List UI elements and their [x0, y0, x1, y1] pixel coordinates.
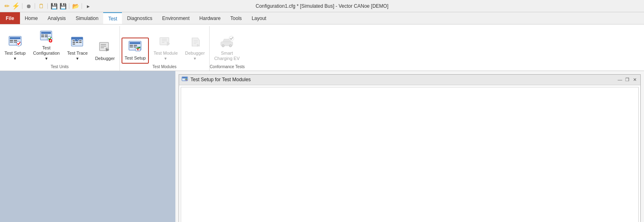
svg-rect-21	[76, 42, 78, 43]
panel-title-text: Test Setup for Test Modules	[190, 77, 251, 82]
svg-rect-23	[73, 44, 75, 44]
separator	[35, 3, 35, 9]
svg-rect-12	[45, 36, 48, 37]
test-trace-btn[interactable]: Test Trace ▾	[64, 33, 91, 63]
test-setup-arrow: ▾	[14, 56, 16, 61]
test-setup-icon	[8, 35, 22, 50]
menu-analysis[interactable]: Analysis	[43, 12, 71, 24]
pencil-icon[interactable]: ✏	[3, 2, 11, 10]
svg-rect-9	[41, 35, 44, 36]
open-icon[interactable]: 📂	[72, 2, 79, 10]
svg-rect-26	[101, 46, 106, 47]
test-configuration-icon	[39, 30, 54, 44]
test-setup-window: Test Setup for Test Modules — ❐ ✕	[179, 74, 641, 222]
debugger-units-btn[interactable]: Debugger	[92, 38, 117, 63]
test-modules-label: Test Modules	[120, 64, 210, 71]
test-units-label: Test Units	[0, 64, 120, 71]
main-area: Test Setup for Test Modules — ❐ ✕	[0, 71, 644, 222]
test-setup-btn[interactable]: Test Setup ▾	[2, 33, 29, 63]
menu-test[interactable]: Test	[103, 12, 122, 24]
svg-rect-11	[41, 36, 44, 37]
toolbar-icons: ✏ ⚡ ⏺ 🗒 💾 💾 📂 ▸	[3, 2, 92, 10]
svg-point-44	[230, 45, 231, 47]
test-module-icon	[158, 35, 173, 50]
panel-titlebar: Test Setup for Test Modules — ❐ ✕	[179, 75, 640, 85]
circle-icon[interactable]: ⏺	[25, 2, 32, 10]
panel-icon	[181, 76, 188, 83]
conformance-tests-items: SmartCharging EV	[210, 26, 245, 64]
menu-environment[interactable]: Environment	[157, 12, 194, 24]
menu-home[interactable]: Home	[20, 12, 43, 24]
test-module-label: Test Module	[153, 51, 177, 56]
svg-rect-1	[10, 37, 20, 39]
svg-rect-3	[14, 40, 17, 41]
ribbon: Test Setup ▾	[0, 24, 644, 71]
svg-point-42	[223, 45, 224, 47]
panel-controls: — ❐ ✕	[617, 76, 638, 83]
separator	[22, 3, 22, 9]
test-configuration-btn[interactable]: TestConfiguration ▾	[30, 28, 62, 64]
note-icon[interactable]: 🗒	[38, 2, 45, 10]
conformance-tests-group: SmartCharging EV Conformance Tests	[210, 26, 245, 71]
test-setup-label: Test Setup	[4, 51, 26, 56]
debugger-units-icon	[97, 40, 112, 55]
restore-button[interactable]: ❐	[624, 76, 631, 83]
svg-rect-8	[41, 32, 51, 34]
test-modules-group: Test Setup Test Module ▾	[120, 26, 210, 71]
svg-rect-10	[45, 35, 48, 36]
svg-rect-33	[130, 47, 133, 47]
debugger-units-label: Debugger	[95, 56, 115, 61]
save1-icon[interactable]: 💾	[50, 2, 58, 10]
debugger-modules-btn[interactable]: Debugger ▾	[182, 33, 208, 63]
menu-diagnostics[interactable]: Diagnostics	[122, 12, 157, 24]
test-units-items: Test Setup ▾	[0, 26, 120, 64]
right-panel: Test Setup for Test Modules — ❐ ✕	[175, 71, 644, 222]
debugger-modules-label: Debugger	[185, 51, 205, 56]
test-trace-label: Test Trace	[67, 51, 88, 56]
svg-rect-19	[79, 40, 82, 41]
close-button[interactable]: ✕	[631, 76, 638, 83]
smart-charging-label: SmartCharging EV	[214, 51, 239, 61]
separator	[47, 3, 48, 9]
menu-bar: File Home Analysis Simulation Test Diagn…	[0, 12, 644, 24]
menu-layout[interactable]: Layout	[247, 12, 271, 24]
menu-simulation[interactable]: Simulation	[71, 12, 103, 24]
smart-charging-ev-icon	[219, 35, 234, 50]
menu-file[interactable]: File	[0, 12, 20, 24]
test-setup-modules-icon	[128, 40, 142, 55]
svg-rect-50	[186, 80, 187, 80]
minimize-button[interactable]: —	[617, 76, 623, 83]
test-trace-icon	[70, 35, 85, 50]
menu-tools[interactable]: Tools	[226, 12, 247, 24]
arrow-icon[interactable]: ▸	[84, 2, 92, 10]
test-module-btn[interactable]: Test Module ▾	[150, 33, 180, 63]
svg-rect-20	[73, 42, 75, 43]
separator	[69, 3, 69, 9]
svg-rect-47	[182, 77, 187, 78]
test-setup-modules-label: Test Setup	[125, 56, 146, 61]
svg-rect-25	[101, 44, 106, 45]
test-units-group: Test Setup ▾	[0, 26, 120, 71]
separator	[82, 3, 82, 9]
svg-rect-32	[134, 45, 137, 46]
svg-rect-30	[130, 42, 140, 44]
window-title: Configuration1.cfg * [Simulated Bus] - V…	[256, 3, 388, 9]
svg-rect-27	[101, 47, 104, 48]
conformance-tests-label: Conformance Tests	[210, 64, 245, 71]
panel-content	[181, 87, 639, 222]
bolt-icon[interactable]: ⚡	[12, 2, 20, 10]
title-bar: ✏ ⚡ ⏺ 🗒 💾 💾 📂 ▸ Configuration1.cfg * [Si…	[0, 0, 644, 12]
left-panel	[0, 71, 175, 222]
menu-hardware[interactable]: Hardware	[195, 12, 226, 24]
smart-charging-ev-btn[interactable]: SmartCharging EV	[211, 33, 242, 63]
svg-rect-31	[130, 45, 133, 46]
svg-rect-4	[10, 42, 13, 42]
svg-rect-22	[79, 42, 82, 43]
test-modules-items: Test Setup Test Module ▾	[120, 26, 210, 64]
debugger-modules-icon	[188, 35, 202, 50]
test-configuration-label: TestConfiguration	[33, 45, 60, 56]
test-setup-modules-btn[interactable]: Test Setup	[122, 38, 149, 63]
save2-icon[interactable]: 💾	[59, 2, 66, 10]
svg-rect-2	[10, 40, 13, 41]
panel-title-area: Test Setup for Test Modules	[181, 76, 251, 83]
